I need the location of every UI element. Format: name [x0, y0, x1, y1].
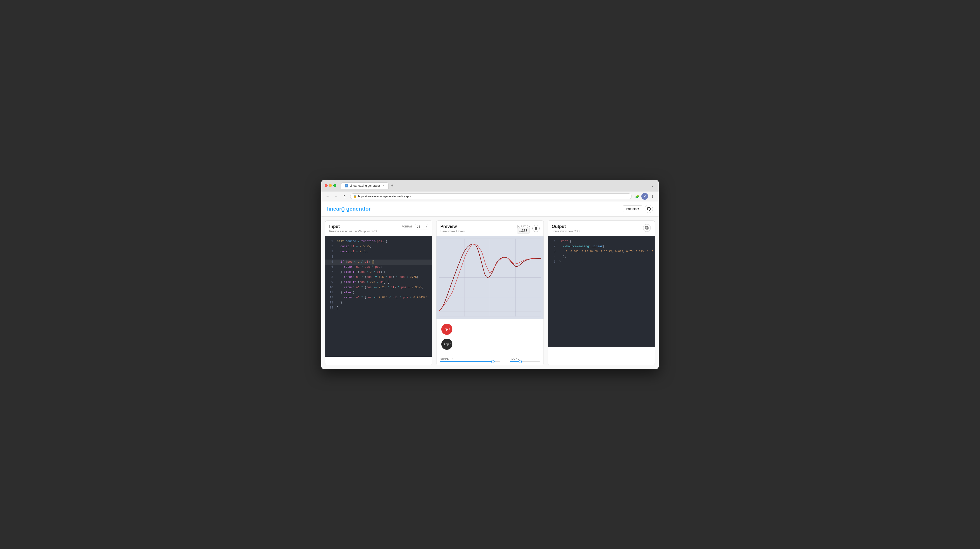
output-code-line: 5 } [548, 260, 655, 265]
preview-bottom-controls: SIMPLIFY ROUND [436, 354, 543, 365]
pause-icon [535, 227, 538, 230]
format-control: FORMAT JS SVG [401, 224, 428, 230]
traffic-lights [325, 184, 336, 187]
panels: Input Provide easing as JavaScript or SV… [321, 217, 659, 369]
round-slider-track[interactable] [510, 361, 540, 362]
ball-preview: Input Output [436, 319, 543, 354]
output-ball-row: Output [441, 339, 538, 350]
input-panel-title: Input [329, 224, 377, 229]
output-ball-label: Output [442, 343, 451, 346]
lock-icon: 🔒 [353, 195, 357, 198]
input-panel-subtitle: Provide easing as JavaScript or SVG [329, 230, 377, 233]
browser-menu-icon[interactable]: ⌄ [649, 183, 655, 188]
code-line: 2 const n1 = 7.5625; [325, 244, 432, 249]
code-line: 13 } [325, 300, 432, 305]
nav-actions: 🧩 P ⋮ [634, 193, 656, 200]
code-line: 11 } else { [325, 290, 432, 295]
new-tab-button[interactable]: + [390, 183, 395, 188]
duration-control: DURATION 1,333 [517, 224, 540, 233]
browser-window: ~ Linear easing generator ✕ + ⌄ ← → ↻ 🔒 … [321, 180, 659, 369]
svg-rect-14 [646, 227, 648, 230]
address-bar[interactable]: 🔒 https://linear-easing-generator.netlif… [350, 193, 632, 199]
code-line: 4 [325, 254, 432, 260]
input-ball-row: Input [441, 324, 538, 335]
round-control: ROUND [510, 357, 540, 362]
simplify-control: SIMPLIFY [440, 357, 500, 362]
tab-close-button[interactable]: ✕ [382, 184, 385, 187]
presets-button[interactable]: Presets ▾ [623, 205, 642, 212]
back-button[interactable]: ← [324, 193, 331, 200]
preview-panel-title: Preview [440, 224, 465, 229]
output-ball: Output [441, 339, 452, 350]
svg-rect-1 [536, 227, 537, 230]
code-line: 6 return n1 * pos * pos; [325, 265, 432, 270]
app-title: linear() generator [327, 206, 371, 212]
output-panel-title: Output [552, 224, 581, 229]
output-panel-subtitle: Some shiny new CSS! [552, 230, 581, 233]
simplify-label: SIMPLIFY [440, 357, 500, 360]
output-title-group: Output Some shiny new CSS! [552, 224, 581, 233]
output-code-line: 4 ); [548, 254, 655, 260]
profile-icon[interactable]: P [641, 193, 648, 200]
code-line: 9 } else if (pos < 2.5 / d1) { [325, 280, 432, 285]
tab-title: Linear easing generator [350, 184, 380, 187]
format-select[interactable]: JS SVG [415, 224, 428, 230]
minimize-traffic-light[interactable] [329, 184, 332, 187]
svg-rect-0 [535, 227, 536, 230]
github-icon [647, 207, 651, 211]
format-label: FORMAT [401, 225, 412, 228]
browser-chrome: ~ Linear easing generator ✕ + ⌄ ← → ↻ 🔒 … [321, 180, 659, 201]
title-bar: ~ Linear easing generator ✕ + ⌄ [321, 180, 659, 191]
code-line: 14 } [325, 305, 432, 310]
input-panel: Input Provide easing as JavaScript or SV… [325, 220, 433, 365]
duration-label-group: DURATION 1,333 [517, 224, 530, 233]
format-wrapper: JS SVG [415, 224, 428, 230]
round-slider-thumb[interactable] [519, 360, 522, 363]
code-editor[interactable]: 1 self.bounce = function(pos) { 2 const … [325, 236, 432, 357]
duration-value[interactable]: 1,333 [517, 228, 530, 233]
app-content: linear() generator Presets ▾ Inp [321, 201, 659, 369]
easing-graph [439, 239, 541, 316]
code-line: 7 } else if (pos < 2 / d1) { [325, 270, 432, 275]
pause-button[interactable] [533, 225, 540, 232]
code-line: 10 return n1 * (pos -= 2.25 / d1) * pos … [325, 285, 432, 290]
output-code: 1 :root { 2 --bounce-easing: linear( 3 0… [548, 236, 655, 347]
output-code-line: 1 :root { [548, 239, 655, 244]
input-ball: Input [441, 324, 452, 335]
reload-button[interactable]: ↻ [342, 193, 348, 200]
output-panel-header: Output Some shiny new CSS! [548, 221, 655, 236]
header-actions: Presets ▾ [623, 205, 653, 213]
copy-button[interactable] [643, 224, 651, 232]
output-code-line: 2 --bounce-easing: linear( [548, 244, 655, 249]
input-panel-title-group: Input Provide easing as JavaScript or SV… [329, 224, 377, 233]
code-line: 5 if (pos < 1 / d1) { [325, 260, 432, 265]
preview-title-group: Preview Here's how it looks: [440, 224, 465, 233]
code-line: 1 self.bounce = function(pos) { [325, 239, 432, 244]
round-label: ROUND [510, 357, 540, 360]
simplify-slider-thumb[interactable] [491, 360, 495, 363]
controls-row: SIMPLIFY ROUND [440, 357, 539, 362]
presets-label: Presets [626, 207, 636, 211]
tab-favicon: ~ [345, 184, 348, 187]
tab-bar: ~ Linear easing generator ✕ + [339, 182, 647, 189]
browser-options-icon[interactable]: ⋮ [649, 193, 656, 200]
github-button[interactable] [645, 205, 653, 213]
input-panel-header: Input Provide easing as JavaScript or SV… [325, 221, 432, 236]
url-text: https://linear-easing-generator.netlify.… [358, 195, 411, 198]
preview-panel-header: Preview Here's how it looks: DURATION 1,… [436, 221, 543, 236]
close-traffic-light[interactable] [325, 184, 328, 187]
chevron-down-icon: ▾ [638, 207, 639, 211]
output-code-line: 3 0, 0.063, 0.25 18.2%, 1 36.4%, 0.813, … [548, 249, 655, 254]
copy-icon [645, 226, 649, 230]
forward-button[interactable]: → [333, 193, 340, 200]
maximize-traffic-light[interactable] [333, 184, 336, 187]
input-ball-label: Input [444, 327, 450, 331]
extensions-icon[interactable]: 🧩 [634, 193, 640, 200]
active-tab[interactable]: ~ Linear easing generator ✕ [341, 182, 388, 189]
simplify-slider-track[interactable] [440, 361, 500, 362]
graph-area [436, 236, 543, 319]
simplify-slider-fill [440, 361, 493, 362]
code-line: 12 return n1 * (pos -= 2.625 / d1) * pos… [325, 295, 432, 300]
app-header: linear() generator Presets ▾ [321, 201, 659, 217]
preview-panel: Preview Here's how it looks: DURATION 1,… [436, 220, 544, 365]
